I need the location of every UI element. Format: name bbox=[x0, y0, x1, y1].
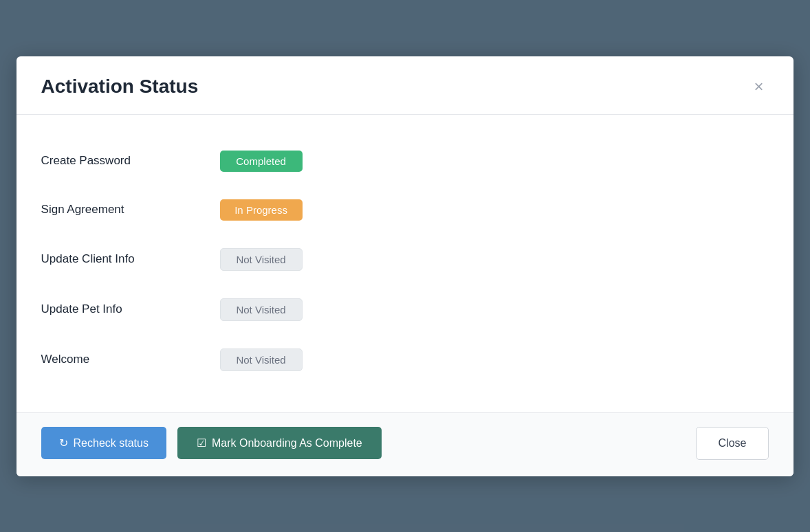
step-label-update-pet-info: Update Pet Info bbox=[41, 302, 220, 316]
status-row-update-pet-info: Update Pet Info Not Visited bbox=[41, 285, 769, 335]
activation-status-modal: Activation Status × Create Password Comp… bbox=[17, 56, 794, 476]
status-row-create-password: Create Password Completed bbox=[41, 137, 769, 186]
status-badge-create-password: Completed bbox=[220, 151, 303, 172]
modal-footer: ↻ Recheck status ☑ Mark Onboarding As Co… bbox=[17, 412, 794, 476]
recheck-status-button[interactable]: ↻ Recheck status bbox=[41, 427, 166, 459]
modal-header: Activation Status × bbox=[17, 56, 794, 115]
check-icon: ☑ bbox=[197, 436, 206, 450]
mark-onboarding-complete-button[interactable]: ☑ Mark Onboarding As Complete bbox=[177, 427, 382, 459]
step-label-welcome: Welcome bbox=[41, 353, 220, 366]
mark-label: Mark Onboarding As Complete bbox=[212, 437, 362, 450]
status-badge-update-pet-info: Not Visited bbox=[220, 298, 303, 321]
step-label-update-client-info: Update Client Info bbox=[41, 252, 220, 266]
recheck-label: Recheck status bbox=[74, 437, 149, 450]
close-button[interactable]: Close bbox=[696, 427, 769, 460]
modal-title: Activation Status bbox=[41, 76, 199, 98]
status-row-update-client-info: Update Client Info Not Visited bbox=[41, 234, 769, 285]
modal-overlay: Activation Status × Create Password Comp… bbox=[0, 0, 810, 532]
step-label-sign-agreement: Sign Agreement bbox=[41, 203, 220, 217]
refresh-icon: ↻ bbox=[59, 436, 68, 450]
footer-left-actions: ↻ Recheck status ☑ Mark Onboarding As Co… bbox=[41, 427, 382, 459]
status-badge-update-client-info: Not Visited bbox=[220, 248, 303, 271]
modal-close-x-button[interactable]: × bbox=[748, 76, 769, 98]
status-row-welcome: Welcome Not Visited bbox=[41, 335, 769, 385]
status-row-sign-agreement: Sign Agreement In Progress bbox=[41, 186, 769, 234]
step-label-create-password: Create Password bbox=[41, 154, 220, 168]
status-badge-sign-agreement: In Progress bbox=[220, 199, 303, 221]
modal-body: Create Password Completed Sign Agreement… bbox=[17, 115, 794, 412]
status-badge-welcome: Not Visited bbox=[220, 348, 303, 371]
